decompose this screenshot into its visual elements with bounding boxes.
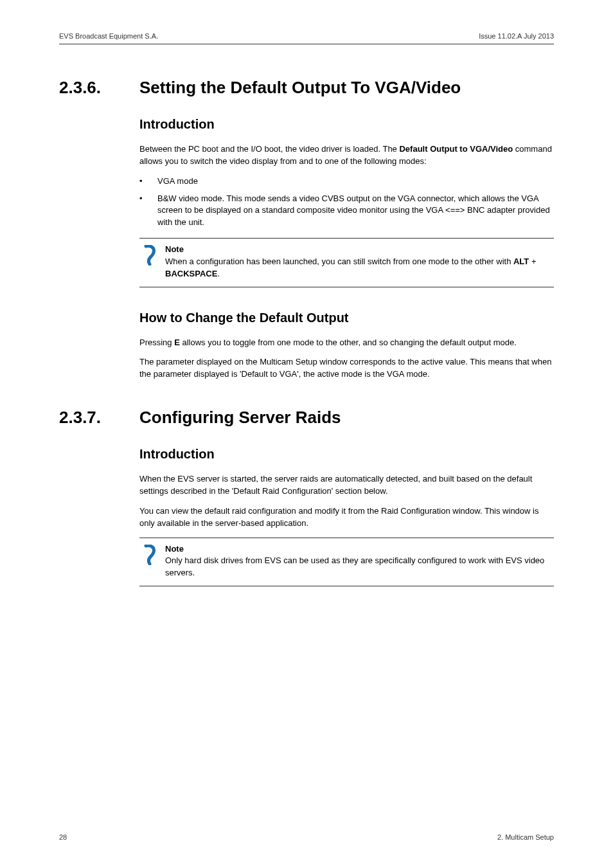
note-callout: Note When a configuration has been launc… [139,238,554,287]
section-number: 2.3.6. [59,78,139,98]
how-to-paragraph-2: The parameter displayed on the Multicam … [139,356,554,381]
how-to-paragraph-1: Pressing E allows you to toggle from one… [139,337,554,349]
introduction-heading: Introduction [139,117,554,132]
header-right: Issue 11.02.A July 2013 [479,32,554,40]
note-text: Only hard disk drives from EVS can be us… [165,556,544,577]
note-content: Note When a configuration has been launc… [165,244,554,280]
note-callout-2: Note Only hard disk drives from EVS can … [139,538,554,587]
introduction-heading-2: Introduction [139,447,554,462]
section-title: Setting the Default Output To VGA/Video [139,78,461,98]
list-item-text: B&W video mode. This mode sends a video … [157,193,554,230]
note-content: Note Only hard disk drives from EVS can … [165,543,554,580]
key-e: E [174,338,180,347]
intro2-paragraph-1: When the EVS server is started, the serv… [139,473,554,498]
footer-section: 2. Multicam Setup [497,833,554,841]
bold-text: Default Output to VGA/Video [399,144,513,154]
text: Pressing [139,338,174,347]
note-icon [139,244,165,266]
bullet-icon: • [139,176,157,188]
key-alt: ALT [513,257,529,266]
intro2-paragraph-2: You can view the default raid configurat… [139,505,554,530]
text: Between the PC boot and the I/O boot, th… [139,144,399,154]
list-item: • VGA mode [139,176,554,188]
page-number: 28 [59,833,67,841]
page-footer: 28 2. Multicam Setup [59,833,554,841]
note-text: When a configuration has been launched, … [165,257,513,266]
text: allows you to toggle from one mode to th… [180,338,517,347]
bullet-icon: • [139,193,157,230]
intro-paragraph: Between the PC boot and the I/O boot, th… [139,143,554,168]
key-backspace: BACKSPACE [165,269,217,278]
note-title: Note [165,244,554,256]
text: . [217,269,220,278]
list-item-text: VGA mode [157,176,554,188]
section-237-heading: 2.3.7. Configuring Server Raids [59,408,554,428]
how-to-heading: How to Change the Default Output [139,311,554,325]
page-header: EVS Broadcast Equipment S.A. Issue 11.02… [59,32,554,44]
note-icon [139,543,165,565]
header-left: EVS Broadcast Equipment S.A. [59,32,158,40]
modes-list: • VGA mode • B&W video mode. This mode s… [139,176,554,229]
section-236-heading: 2.3.6. Setting the Default Output To VGA… [59,78,554,98]
list-item: • B&W video mode. This mode sends a vide… [139,193,554,230]
note-title: Note [165,543,554,556]
text: + [529,257,536,266]
section-number: 2.3.7. [59,408,139,428]
section-title: Configuring Server Raids [139,408,341,428]
